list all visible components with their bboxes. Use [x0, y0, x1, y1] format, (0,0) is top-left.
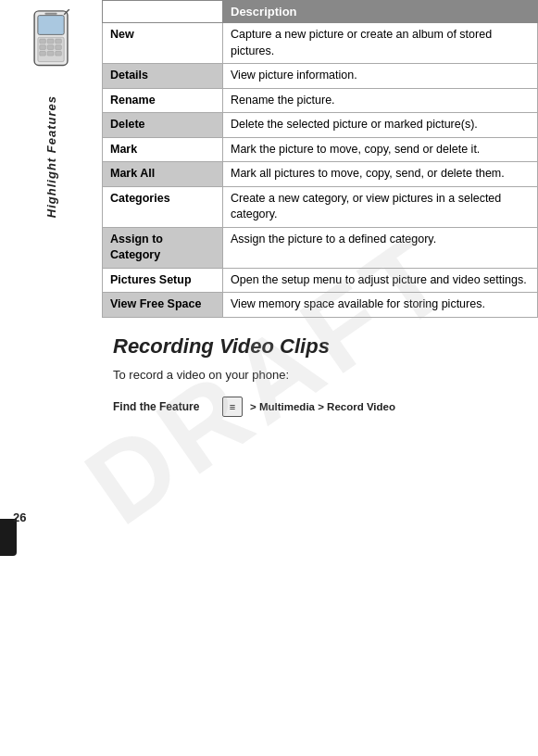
svg-rect-3: [39, 39, 45, 44]
recording-title: Recording Video Clips: [113, 334, 527, 359]
svg-rect-10: [47, 51, 54, 56]
table-row: DetailsView picture information.: [103, 64, 538, 89]
option-description: Create a new category, or view pictures …: [223, 186, 538, 227]
table-row: DeleteDelete the selected picture or mar…: [103, 113, 538, 138]
svg-rect-8: [55, 45, 61, 50]
option-name: Categories: [103, 186, 223, 227]
option-description: Delete the selected picture or marked pi…: [223, 113, 538, 138]
option-name: Pictures Setup: [103, 268, 223, 293]
option-name: Rename: [103, 88, 223, 113]
table-row: Assign to CategoryAssign the picture to …: [103, 227, 538, 268]
option-name: Assign to Category: [103, 227, 223, 268]
option-name: Mark All: [103, 162, 223, 187]
option-name: New: [103, 23, 223, 64]
menu-path: > Multimedia > Record Video: [250, 401, 395, 412]
option-name: Mark: [103, 137, 223, 162]
option-description: View memory space available for storing …: [223, 293, 538, 318]
recording-section: Recording Video Clips To record a video …: [102, 318, 538, 428]
svg-rect-13: [44, 13, 56, 15]
table-row: View Free SpaceView memory space availab…: [103, 293, 538, 318]
find-feature-label: Find the Feature: [113, 400, 215, 413]
svg-rect-9: [39, 51, 45, 56]
table-row: NewCapture a new picture or create an al…: [103, 23, 538, 64]
option-name: Details: [103, 64, 223, 89]
options-table: Option Description NewCapture a new pict…: [102, 0, 538, 318]
svg-rect-11: [55, 51, 61, 56]
table-row: MarkMark the picture to move, copy, send…: [103, 137, 538, 162]
recording-intro: To record a video on your phone:: [113, 368, 527, 382]
svg-rect-1: [37, 16, 63, 35]
page-number: 26: [13, 510, 26, 524]
option-description: View picture information.: [223, 64, 538, 89]
option-description: Mark all pictures to move, copy, send, o…: [223, 162, 538, 187]
option-name: View Free Space: [103, 293, 223, 318]
table-row: Pictures SetupOpen the setup menu to adj…: [103, 268, 538, 293]
find-feature-row: Find the Feature ≡ > Multimedia > Record…: [113, 397, 527, 417]
sidebar-title: Highlight Features: [44, 95, 58, 218]
table-row: Mark AllMark all pictures to move, copy,…: [103, 162, 538, 187]
svg-rect-6: [39, 45, 45, 50]
table-header-description: Description: [223, 1, 538, 23]
svg-rect-4: [47, 39, 54, 44]
option-description: Mark the picture to move, copy, send or …: [223, 137, 538, 162]
option-description: Capture a new picture or create an album…: [223, 23, 538, 64]
svg-rect-5: [55, 39, 61, 44]
phone-icon: [26, 9, 77, 88]
sidebar: Highlight Features: [0, 0, 102, 519]
option-description: Rename the picture.: [223, 88, 538, 113]
menu-icon: ≡: [222, 397, 243, 417]
table-header-option: Option: [103, 1, 223, 23]
main-content: Option Description NewCapture a new pict…: [102, 0, 538, 756]
table-row: RenameRename the picture.: [103, 88, 538, 113]
option-description: Open the setup menu to adjust picture an…: [223, 268, 538, 293]
option-name: Delete: [103, 113, 223, 138]
svg-rect-7: [47, 45, 54, 50]
table-row: CategoriesCreate a new category, or view…: [103, 186, 538, 227]
option-description: Assign the picture to a defined category…: [223, 227, 538, 268]
